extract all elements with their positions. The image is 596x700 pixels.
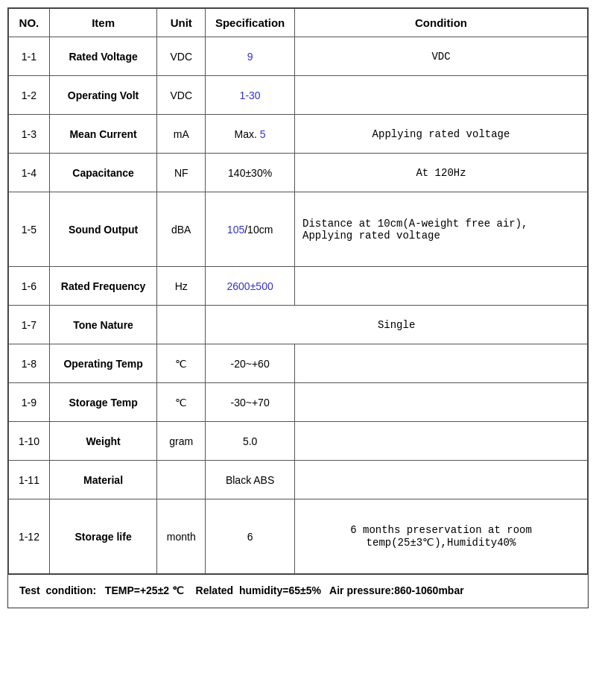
table-row: 1-7 Tone Nature Single <box>9 306 588 344</box>
cell-cond: At 120Hz <box>295 154 588 192</box>
cell-item: Storage life <box>49 499 156 574</box>
cell-unit: gram <box>157 422 206 461</box>
cell-spec: 140±30% <box>206 154 295 192</box>
cell-spec: 2600±500 <box>206 267 295 306</box>
cell-unit: dBA <box>157 192 206 267</box>
cell-spec-cond: Single <box>206 306 588 344</box>
cell-unit: VDC <box>157 76 206 115</box>
cell-unit: ℃ <box>157 344 206 383</box>
cell-item: Weight <box>49 422 156 461</box>
spec-table-wrapper: NO. Item Unit Specification Condition 1-… <box>7 7 589 608</box>
table-row: 1-12 Storage life month 6 6 months prese… <box>9 499 588 574</box>
table-row: 1-10 Weight gram 5.0 <box>9 422 588 461</box>
cell-item: Capacitance <box>49 154 156 192</box>
cell-no: 1-9 <box>9 383 50 422</box>
cell-unit: month <box>157 499 206 574</box>
cell-no: 1-8 <box>9 344 50 383</box>
cell-item: Tone Nature <box>49 306 156 344</box>
header-no: NO. <box>9 9 50 37</box>
cell-item: Mean Current <box>49 115 156 154</box>
table-row: 1-5 Sound Output dBA 105/10cm Distance a… <box>9 192 588 267</box>
cell-no: 1-5 <box>9 192 50 267</box>
cell-no: 1-12 <box>9 499 50 574</box>
cell-item: Storage Temp <box>49 383 156 422</box>
cell-item: Material <box>49 461 156 499</box>
cell-cond <box>295 344 588 383</box>
cell-no: 1-7 <box>9 306 50 344</box>
cell-cond: Applying rated voltage <box>295 115 588 154</box>
cell-spec: 5.0 <box>206 422 295 461</box>
cell-spec: -30~+70 <box>206 383 295 422</box>
cell-no: 1-2 <box>9 76 50 115</box>
cell-cond <box>295 383 588 422</box>
header-spec: Specification <box>206 9 295 37</box>
table-row: 1-9 Storage Temp ℃ -30~+70 <box>9 383 588 422</box>
header-cond: Condition <box>295 9 588 37</box>
cell-no: 1-6 <box>9 267 50 306</box>
main-table-container: NO. Item Unit Specification Condition 1-… <box>7 7 589 575</box>
cell-item: Rated Frequency <box>49 267 156 306</box>
cell-cond: VDC <box>295 37 588 76</box>
cell-cond: Distance at 10cm(A-weight free air), App… <box>295 192 588 267</box>
cell-spec: 105/10cm <box>206 192 295 267</box>
table-row: 1-4 Capacitance NF 140±30% At 120Hz <box>9 154 588 192</box>
cell-cond <box>295 76 588 115</box>
cell-spec: 1-30 <box>206 76 295 115</box>
cell-unit: VDC <box>157 37 206 76</box>
table-row: 1-2 Operating Volt VDC 1-30 <box>9 76 588 115</box>
cell-unit <box>157 306 206 344</box>
cell-cond <box>295 267 588 306</box>
cell-spec: 9 <box>206 37 295 76</box>
cell-no: 1-10 <box>9 422 50 461</box>
header-unit: Unit <box>157 9 206 37</box>
cell-cond: 6 months preservation at room temp(25±3℃… <box>295 499 588 574</box>
table-row: 1-11 Material Black ABS <box>9 461 588 499</box>
footer-text: Test condition: TEMP=+25±2 ℃ Related hum… <box>19 584 464 596</box>
table-row: 1-6 Rated Frequency Hz 2600±500 <box>9 267 588 306</box>
cell-cond <box>295 422 588 461</box>
cell-spec: Max. 5 <box>206 115 295 154</box>
cell-item: Operating Volt <box>49 76 156 115</box>
cell-unit: Hz <box>157 267 206 306</box>
table-row: 1-8 Operating Temp ℃ -20~+60 <box>9 344 588 383</box>
cell-cond <box>295 461 588 499</box>
cell-spec: Black ABS <box>206 461 295 499</box>
cell-unit: ℃ <box>157 383 206 422</box>
spec-table: NO. Item Unit Specification Condition 1-… <box>8 8 588 574</box>
cell-unit: mA <box>157 115 206 154</box>
cell-unit: NF <box>157 154 206 192</box>
cell-no: 1-3 <box>9 115 50 154</box>
cell-unit <box>157 461 206 499</box>
cell-spec: 6 <box>206 499 295 574</box>
header-item: Item <box>49 9 156 37</box>
cell-item: Sound Output <box>49 192 156 267</box>
cell-no: 1-1 <box>9 37 50 76</box>
cell-item: Operating Temp <box>49 344 156 383</box>
cell-no: 1-4 <box>9 154 50 192</box>
footer-note: Test condition: TEMP=+25±2 ℃ Related hum… <box>7 575 589 608</box>
cell-spec: -20~+60 <box>206 344 295 383</box>
table-row: 1-1 Rated Voltage VDC 9 VDC <box>9 37 588 76</box>
table-row: 1-3 Mean Current mA Max. 5 Applying rate… <box>9 115 588 154</box>
cell-item: Rated Voltage <box>49 37 156 76</box>
cell-no: 1-11 <box>9 461 50 499</box>
